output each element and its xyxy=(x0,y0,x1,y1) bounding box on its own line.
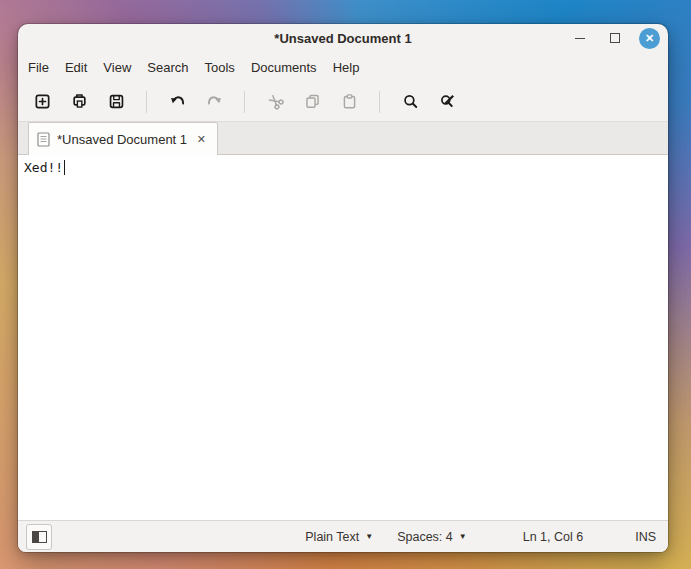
redo-button[interactable] xyxy=(199,87,229,117)
undo-button[interactable] xyxy=(162,87,192,117)
menu-help[interactable]: Help xyxy=(325,52,368,82)
document-icon xyxy=(37,132,50,147)
save-button[interactable] xyxy=(101,87,131,117)
window-title: *Unsaved Document 1 xyxy=(274,31,411,46)
toolbar-separator xyxy=(146,91,147,113)
editor-text: Xed!! xyxy=(24,160,63,175)
menu-edit[interactable]: Edit xyxy=(57,52,95,82)
window-controls: ✕ xyxy=(569,24,660,52)
tab-width-selector-label: Spaces: 4 xyxy=(397,530,453,544)
copy-button[interactable] xyxy=(297,87,327,117)
input-mode-label: INS xyxy=(635,530,656,544)
menu-search[interactable]: Search xyxy=(139,52,196,82)
chevron-down-icon: ▼ xyxy=(365,532,373,541)
menu-documents[interactable]: Documents xyxy=(243,52,325,82)
language-selector[interactable]: Plain Text ▼ xyxy=(301,528,377,546)
redo-icon xyxy=(206,93,223,110)
menu-view[interactable]: View xyxy=(95,52,139,82)
new-document-button[interactable] xyxy=(27,87,57,117)
find-replace-icon xyxy=(439,93,456,110)
find-icon xyxy=(402,93,419,110)
tab-width-selector[interactable]: Spaces: 4 ▼ xyxy=(393,528,471,546)
menu-tools[interactable]: Tools xyxy=(197,52,243,82)
find-button[interactable] xyxy=(395,87,425,117)
toolbar-separator xyxy=(379,91,380,113)
copy-icon xyxy=(304,93,321,110)
maximize-button[interactable] xyxy=(604,27,626,49)
side-panel-toggle-button[interactable] xyxy=(26,524,52,550)
paste-button[interactable] xyxy=(334,87,364,117)
chevron-down-icon: ▼ xyxy=(459,532,467,541)
cut-button[interactable] xyxy=(260,87,290,117)
save-icon xyxy=(108,93,125,110)
titlebar[interactable]: *Unsaved Document 1 ✕ xyxy=(18,24,668,52)
maximize-icon xyxy=(610,33,620,43)
menu-file[interactable]: File xyxy=(20,52,57,82)
toolbar-separator xyxy=(244,91,245,113)
menubar: File Edit View Search Tools Documents He… xyxy=(18,52,668,82)
tab-close-button[interactable]: ✕ xyxy=(194,132,209,147)
find-replace-button[interactable] xyxy=(432,87,462,117)
language-selector-label: Plain Text xyxy=(305,530,359,544)
text-editor-area[interactable]: Xed!! xyxy=(18,155,668,520)
minimize-button[interactable] xyxy=(569,27,591,49)
cursor-position-label: Ln 1, Col 6 xyxy=(523,530,583,544)
minimize-icon xyxy=(575,38,585,39)
open-document-icon xyxy=(71,93,88,110)
new-document-icon xyxy=(34,93,51,110)
close-button[interactable]: ✕ xyxy=(639,28,660,49)
open-document-button[interactable] xyxy=(64,87,94,117)
tab-unsaved-document-1[interactable]: *Unsaved Document 1 ✕ xyxy=(28,122,218,155)
undo-icon xyxy=(169,93,186,110)
tab-label: *Unsaved Document 1 xyxy=(57,132,187,147)
tabbar: *Unsaved Document 1 ✕ xyxy=(18,121,668,155)
cut-icon xyxy=(267,93,284,110)
statusbar: Plain Text ▼ Spaces: 4 ▼ Ln 1, Col 6 INS xyxy=(18,520,668,552)
text-cursor xyxy=(64,160,65,175)
paste-icon xyxy=(341,93,358,110)
xed-window: *Unsaved Document 1 ✕ File Edit View Sea… xyxy=(18,24,668,552)
toolbar xyxy=(18,82,668,121)
side-panel-icon xyxy=(32,531,47,543)
